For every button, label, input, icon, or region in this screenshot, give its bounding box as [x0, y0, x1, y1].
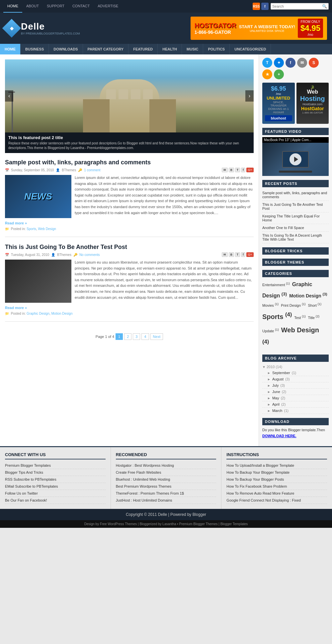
- archive-jul-link[interactable]: July: [272, 383, 279, 387]
- link-rss[interactable]: RSS Subscribe to PBTemplates: [5, 477, 56, 481]
- mainnav-uncategorized[interactable]: UNCATEGORIZED: [230, 44, 271, 54]
- archive-sept-link[interactable]: September: [272, 371, 290, 375]
- archive-year-2010[interactable]: ▼ 2010 (14): [262, 364, 329, 370]
- link-hostgator[interactable]: Hostgator : Best Wordpress Hosting: [116, 463, 174, 467]
- slider-arrow-left[interactable]: ‹: [5, 90, 13, 102]
- mainnav-downloads[interactable]: DOWNLOADS: [49, 44, 83, 54]
- link-email[interactable]: EMail Subscribe to PBTemplates: [5, 484, 58, 488]
- sidebar-ad-hostgator[interactable]: 🐊 Web Hosting HostGator.com HostGator 1-…: [296, 83, 329, 124]
- cat-short[interactable]: Short (1): [308, 303, 321, 307]
- share-email-1[interactable]: ✉: [222, 168, 228, 172]
- rss-icon[interactable]: RSS: [253, 3, 260, 10]
- cat-title[interactable]: Title (2): [308, 316, 319, 320]
- post-1-read-more[interactable]: Read more »: [5, 221, 27, 225]
- video-thumbnail[interactable]: [262, 143, 329, 176]
- cat-print-design[interactable]: Print Design (1): [281, 303, 305, 307]
- header-ad[interactable]: HOSTGATOR 1-866-96-GATOR START A WEBSITE…: [191, 17, 327, 40]
- mainnav-business[interactable]: BUSINESS: [21, 44, 49, 54]
- link-premium[interactable]: Premium Blogger Templates: [5, 463, 51, 467]
- download-link[interactable]: DOWNLOAD HERE.: [262, 434, 296, 438]
- link-twitter[interactable]: Follow Us on Twitter: [5, 491, 38, 495]
- social-mail[interactable]: ✉: [297, 58, 307, 68]
- social-dropbox[interactable]: ✦: [274, 58, 284, 68]
- recent-post-5-link[interactable]: This Is Going To Be A Decent Length Titl…: [262, 233, 322, 241]
- recent-post-1-link[interactable]: Sample post with, links, paragraphs and …: [262, 191, 327, 199]
- recent-post-3-link[interactable]: Keeping The Title Length Equal For Home: [262, 214, 320, 222]
- search-button[interactable]: 🔍: [322, 4, 327, 9]
- share-blog-2[interactable]: B: [229, 252, 234, 257]
- link-wordpress-themes[interactable]: Best Premium Wordpress Themes: [116, 484, 172, 488]
- topnav-support[interactable]: SUPPORT: [43, 0, 68, 13]
- share-fb-1[interactable]: f: [241, 168, 245, 172]
- share-fb-2[interactable]: f: [241, 252, 245, 257]
- topnav-contact[interactable]: CONTACT: [68, 0, 94, 13]
- cat-sports[interactable]: Sports (4): [262, 313, 292, 320]
- archive-apr-link[interactable]: April: [272, 402, 280, 406]
- share-email-2[interactable]: ✉: [222, 252, 228, 257]
- topnav-about[interactable]: ABOUT: [22, 0, 43, 13]
- page-2[interactable]: 2: [124, 333, 131, 340]
- link-bluehost[interactable]: Bluehost : Unlimited Web Hosting: [116, 477, 170, 481]
- post-1-category-sports[interactable]: Sports: [27, 227, 36, 231]
- post-2-title-link[interactable]: This is Just Going To Be Another Test Po…: [5, 244, 127, 250]
- cat-test[interactable]: Test (1): [294, 316, 305, 320]
- link-themeforest[interactable]: ThemeForest : Premium Themes From 1$: [116, 491, 184, 495]
- recent-post-2-link[interactable]: This is Just Going To Be Another Test Po…: [262, 202, 323, 210]
- archive-jun-link[interactable]: June: [272, 390, 280, 394]
- video-play-button[interactable]: [290, 153, 301, 165]
- page-1[interactable]: 1: [116, 333, 123, 340]
- link-upload-template[interactable]: How To Upload/Install a Blogger Template: [226, 463, 294, 467]
- search-input[interactable]: [272, 4, 322, 8]
- slider-arrow-right[interactable]: ›: [245, 90, 254, 102]
- mainnav-politics[interactable]: POLITICS: [203, 44, 230, 54]
- recent-post-4-link[interactable]: Another One to Fill Space: [262, 226, 304, 230]
- link-facebook[interactable]: Be Our Fan on Facebook!: [5, 498, 47, 502]
- post-1-category-webdesign[interactable]: Web Design: [38, 227, 56, 231]
- fb-icon-top[interactable]: f: [261, 3, 269, 10]
- archive-may-link[interactable]: May: [272, 396, 279, 400]
- link-backup-template[interactable]: How To Backup Your Blogger Template: [226, 470, 290, 474]
- post-1-title-link[interactable]: Sample post with, links, paragraphs and …: [5, 159, 151, 166]
- share-blog-1[interactable]: B: [229, 168, 234, 172]
- cat-entertainment[interactable]: Entertainment (1): [262, 283, 290, 287]
- footer-inst-2: How To Backup Your Blogger Template: [226, 469, 327, 476]
- mainnav-featured[interactable]: FEATURED: [128, 44, 158, 54]
- link-fb-share[interactable]: How To Fix Facebook Share Problem: [226, 484, 287, 488]
- archive-mar-link[interactable]: March: [272, 409, 283, 413]
- social-facebook[interactable]: f: [286, 58, 295, 68]
- post-2-comments[interactable]: No comments: [79, 253, 100, 257]
- page-4[interactable]: 4: [141, 333, 149, 340]
- mainnav-music[interactable]: MUSIC: [182, 44, 203, 54]
- cat-motion-design[interactable]: Motion Design (3): [289, 293, 327, 298]
- archive-aug-link[interactable]: August: [272, 377, 284, 381]
- mainnav-home[interactable]: HOME: [0, 44, 21, 54]
- link-justhost[interactable]: JustHost : Host Unlimited Domains: [116, 498, 172, 502]
- share-gplus-1[interactable]: G+: [246, 168, 254, 172]
- social-star[interactable]: ★: [262, 69, 272, 79]
- link-auto-read[interactable]: How To Remove Auto Read More Feature: [226, 491, 294, 495]
- share-twitter-2[interactable]: T: [235, 252, 240, 257]
- cat-update[interactable]: Update (1): [262, 329, 279, 333]
- cat-movies[interactable]: Movies (1): [262, 303, 279, 307]
- page-next[interactable]: Next: [150, 333, 163, 340]
- social-plus[interactable]: +: [274, 69, 284, 79]
- link-backup-posts[interactable]: How To Backup Your Blogger Posts: [226, 477, 284, 481]
- social-twitter[interactable]: T: [262, 58, 272, 68]
- topnav-advertise[interactable]: ADVERTISE: [94, 0, 122, 13]
- sidebar-ad-bluehost[interactable]: $6.95 /mo UNLIMITED SPACE, TRANSFER DOMA…: [262, 83, 295, 124]
- footer-inst-3: How To Backup Your Blogger Posts: [226, 476, 327, 483]
- post-2-category-motion[interactable]: Motion Design: [51, 312, 73, 315]
- post-1-comments[interactable]: 1 comment: [84, 168, 100, 172]
- link-btt[interactable]: Blogger Tips And Tricks: [5, 470, 43, 474]
- mainnav-parent-category[interactable]: PARENT CATEGORY: [83, 44, 129, 54]
- link-flash[interactable]: Create Free Flash Websites: [116, 470, 161, 474]
- post-2-read-more[interactable]: Read more »: [5, 306, 27, 310]
- share-gplus-2[interactable]: G+: [246, 252, 254, 257]
- page-3[interactable]: 3: [133, 333, 140, 340]
- social-stumble[interactable]: S: [309, 58, 319, 68]
- link-google-friend[interactable]: Google Friend Connect Not Displaying : F…: [226, 498, 301, 502]
- share-twitter-1[interactable]: T: [235, 168, 240, 172]
- topnav-home[interactable]: HOME: [3, 0, 22, 13]
- post-2-category-graphic[interactable]: Graphic Design: [27, 312, 49, 315]
- mainnav-health[interactable]: HEALTH: [158, 44, 182, 54]
